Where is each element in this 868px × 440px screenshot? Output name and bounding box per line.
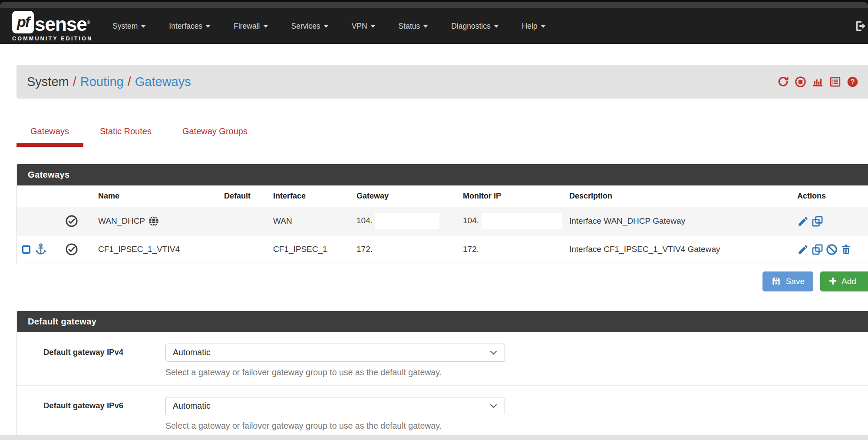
gateway-actions-cell — [789, 235, 868, 264]
gateways-table: Name Default Interface Gateway Monitor I… — [17, 185, 868, 264]
default-gateway-ipv6-label: Default gateway IPv6 — [17, 397, 123, 431]
breadcrumb-gateways-link[interactable]: Gateways — [135, 75, 191, 89]
tab-gateway-groups[interactable]: Gateway Groups — [182, 126, 248, 147]
breadcrumb-separator: / — [69, 75, 80, 89]
routing-tabs: Gateways Static Routes Gateway Groups — [30, 126, 868, 147]
gateway-default-cell — [215, 235, 264, 264]
globe-icon — [148, 215, 159, 227]
header-actions: Actions — [789, 185, 868, 207]
gateway-description-cell: Interface CF1_IPSEC_1_VTIV4 Gateway — [561, 235, 789, 264]
gateway-interface-cell: WAN — [264, 207, 348, 235]
menu-help[interactable]: Help — [510, 22, 557, 31]
default-gateway-ipv6-select[interactable]: Automatic — [165, 397, 505, 415]
log-list-icon[interactable] — [829, 76, 841, 88]
gateways-panel-title: Gateways — [17, 164, 868, 185]
sign-out-icon[interactable] — [854, 20, 867, 33]
header-default: Default — [215, 185, 264, 207]
tab-gateways[interactable]: Gateways — [30, 126, 69, 147]
chevron-down-icon — [141, 25, 145, 28]
table-actions-bar: Save + Add — [0, 271, 868, 291]
plus-icon: + — [829, 274, 837, 288]
menu-system[interactable]: System — [101, 22, 157, 31]
table-row: CF1_IPSEC_1_VTIV4 CF1_IPSEC_1 172. 172. … — [17, 235, 868, 264]
gateways-panel: Gateways Name Default Interface Gateway … — [17, 164, 868, 264]
chart-bar-icon[interactable] — [812, 76, 824, 88]
menu-interfaces[interactable]: Interfaces — [157, 22, 222, 31]
save-button[interactable]: Save — [762, 271, 813, 291]
gateway-status-cell — [57, 235, 89, 264]
default-gateway-ipv6-row: Default gateway IPv6 Automatic Select a … — [17, 385, 868, 439]
default-gateway-ipv6-help: Select a gateway or failover gateway gro… — [165, 421, 505, 431]
check-circle-icon — [65, 215, 78, 228]
anchor-icon — [34, 243, 47, 256]
pfsense-logo-top: pf sense® — [12, 11, 95, 33]
main-menu: System Interfaces Firewall Services VPN … — [101, 22, 557, 31]
breadcrumb-routing-link[interactable]: Routing — [80, 75, 124, 89]
default-gateway-panel: Default gateway Default gateway IPv4 Aut… — [17, 311, 868, 439]
breadcrumb: System/Routing/Gateways — [27, 75, 191, 89]
sense-logo-text: sense® — [35, 15, 90, 33]
top-navbar: pf sense® COMMUNITY EDITION System Inter… — [0, 8, 868, 44]
chevron-down-icon — [541, 25, 545, 28]
pf-logo-mark: pf — [12, 11, 34, 33]
table-header-row: Name Default Interface Gateway Monitor I… — [17, 185, 868, 207]
edit-icon[interactable] — [797, 215, 809, 227]
row-select-cell — [17, 207, 57, 235]
gateway-actions-cell — [789, 207, 868, 235]
chevron-down-icon — [206, 25, 210, 28]
redacted-value — [375, 213, 439, 229]
gateway-address-cell: 172. — [348, 235, 454, 264]
refresh-icon[interactable] — [777, 76, 789, 88]
menu-firewall[interactable]: Firewall — [222, 22, 279, 31]
stop-circle-icon[interactable] — [795, 76, 806, 88]
window-title-strip — [0, 2, 868, 8]
header-status — [57, 185, 89, 207]
breadcrumb-panel: System/Routing/Gateways ? — [17, 65, 868, 99]
chevron-down-icon — [490, 401, 497, 408]
edit-icon[interactable] — [797, 244, 809, 255]
header-select — [17, 185, 57, 207]
checkbox-icon[interactable] — [22, 245, 30, 254]
disable-ban-icon[interactable] — [826, 244, 838, 255]
gateway-interface-cell: CF1_IPSEC_1 — [264, 235, 348, 264]
breadcrumb-system: System — [27, 75, 69, 89]
menu-services[interactable]: Services — [280, 22, 340, 31]
row-select-cell — [17, 235, 57, 264]
check-circle-icon — [65, 243, 78, 256]
chevron-down-icon — [494, 25, 498, 28]
pfsense-logo[interactable]: pf sense® COMMUNITY EDITION — [12, 11, 95, 42]
gateway-description-cell: Interface WAN_DHCP Gateway — [561, 207, 789, 235]
help-icon[interactable]: ? — [847, 76, 858, 88]
gateway-name-cell: WAN_DHCP — [89, 207, 215, 235]
chevron-down-icon — [324, 25, 328, 28]
copy-icon[interactable] — [812, 215, 823, 227]
header-name: Name — [89, 185, 215, 207]
page-header-icons: ? — [777, 76, 858, 88]
gateway-status-cell — [57, 207, 89, 235]
gateway-address-cell: 104. — [348, 207, 454, 235]
default-gateway-title: Default gateway — [17, 311, 868, 332]
menu-vpn[interactable]: VPN — [340, 22, 387, 31]
add-button[interactable]: + Add — [820, 271, 868, 291]
default-gateway-ipv4-help: Select a gateway or failover gateway gro… — [165, 367, 505, 377]
breadcrumb-separator: / — [124, 75, 135, 89]
default-gateway-ipv4-select[interactable]: Automatic — [165, 344, 505, 362]
chevron-down-icon — [423, 25, 428, 28]
gateway-default-cell — [215, 207, 264, 235]
chevron-down-icon — [264, 25, 268, 28]
gateway-name-cell: CF1_IPSEC_1_VTIV4 — [89, 235, 215, 264]
copy-icon[interactable] — [812, 244, 823, 255]
chevron-down-icon — [371, 25, 375, 28]
community-edition-label: COMMUNITY EDITION — [12, 36, 95, 42]
tab-static-routes[interactable]: Static Routes — [100, 126, 152, 147]
redacted-value — [482, 213, 562, 229]
menu-diagnostics[interactable]: Diagnostics — [439, 22, 510, 31]
header-description: Description — [561, 185, 789, 207]
svg-text:?: ? — [851, 78, 855, 86]
page-bottom-edge — [0, 435, 868, 440]
registered-mark: ® — [87, 20, 90, 25]
menu-status[interactable]: Status — [387, 22, 440, 31]
default-gateway-ipv4-label: Default gateway IPv4 — [17, 344, 123, 377]
delete-trash-icon[interactable] — [840, 244, 852, 255]
default-gateway-ipv4-row: Default gateway IPv4 Automatic Select a … — [17, 332, 868, 385]
